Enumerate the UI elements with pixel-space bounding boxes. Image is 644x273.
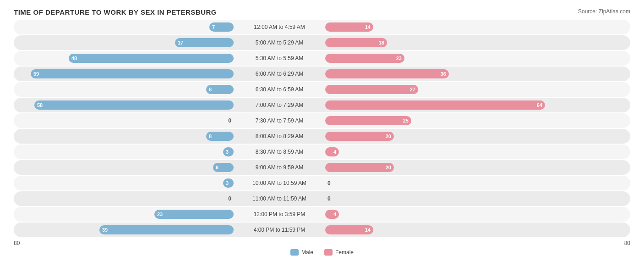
female-value: 25 [325,118,411,123]
male-value: 48 [69,56,234,61]
table-row: 587:00 AM to 7:29 AM64 [14,98,630,112]
table-row: 394:00 PM to 11:59 PM14 [14,223,630,237]
female-value: 4 [325,149,339,155]
bar-female: 25 [325,116,411,125]
table-row: 175:00 AM to 5:29 AM18 [14,35,630,50]
time-label: 8:30 AM to 8:59 AM [234,149,325,155]
female-value: 20 [325,165,394,170]
bar-male: 3 [223,147,234,156]
bar-female: 23 [325,54,404,63]
time-label: 12:00 AM to 4:59 AM [234,24,325,30]
bar-male: 8 [206,85,234,94]
male-value: 0 [228,117,231,124]
female-value: 0 [327,195,331,202]
time-label: 5:30 AM to 5:59 AM [234,55,325,61]
bar-female: 4 [325,210,339,219]
table-row: 2312:00 PM to 3:59 PM4 [14,207,630,222]
bar-female: 27 [325,85,418,94]
male-value: 3 [223,149,234,155]
axis-right: 80 [197,240,630,246]
bar-male: 7 [209,22,234,32]
source-label: Source: ZipAtlas.com [578,8,630,15]
bar-female: 18 [325,38,387,47]
female-value: 18 [325,40,387,45]
female-value: 36 [325,71,449,77]
time-label: 4:00 PM to 11:59 PM [234,227,325,233]
bar-female: 14 [325,225,373,234]
male-value: 8 [206,134,234,139]
time-label: 7:30 AM to 7:59 AM [234,117,325,124]
bar-male: 6 [213,163,234,172]
table-row: 596:00 AM to 6:29 AM36 [14,67,630,81]
bar-male: 59 [31,69,234,78]
chart-title: TIME OF DEPARTURE TO WORK BY SEX IN PETE… [14,8,630,16]
female-value: 20 [325,134,394,139]
female-value: 23 [325,56,404,61]
table-row: 88:00 AM to 8:29 AM20 [14,129,630,144]
male-value: 23 [154,212,234,217]
table-row: 07:30 AM to 7:59 AM25 [14,113,630,128]
female-value: 64 [325,102,545,108]
bar-female: 14 [325,22,373,32]
male-value: 17 [175,40,234,45]
bar-male: 48 [69,54,234,63]
bar-female: 4 [325,147,339,156]
table-row: 86:30 AM to 6:59 AM27 [14,82,630,97]
male-value: 59 [31,71,234,77]
time-label: 11:00 AM to 11:59 AM [234,195,325,202]
bar-male: 58 [34,100,234,110]
male-value: 3 [223,180,234,186]
table-row: 69:00 AM to 9:59 AM20 [14,160,630,175]
axis-row: 80 80 [14,240,630,246]
male-value: 58 [34,102,234,108]
legend-female-label: Female [335,249,354,256]
table-row: 485:30 AM to 5:59 AM23 [14,51,630,66]
table-row: 310:00 AM to 10:59 AM0 [14,176,630,190]
legend: Male Female [14,249,630,256]
bar-female: 20 [325,163,394,172]
bar-male: 8 [206,132,234,141]
female-value: 4 [325,212,339,217]
female-value: 27 [325,87,418,92]
time-label: 10:00 AM to 10:59 AM [234,180,325,186]
male-value: 8 [206,87,234,92]
time-label: 7:00 AM to 7:29 AM [234,102,325,108]
time-label: 5:00 AM to 5:29 AM [234,39,325,46]
bar-male: 23 [154,210,234,219]
bar-female: 20 [325,132,394,141]
legend-male: Male [290,249,313,256]
male-value: 39 [99,227,234,233]
time-label: 12:00 PM to 3:59 PM [234,211,325,217]
time-label: 8:00 AM to 8:29 AM [234,133,325,139]
bar-male: 39 [99,225,234,234]
bar-female: 64 [325,100,545,110]
chart-container: TIME OF DEPARTURE TO WORK BY SEX IN PETE… [0,0,644,273]
time-label: 9:00 AM to 9:59 AM [234,164,325,171]
female-value: 14 [325,227,373,233]
time-label: 6:00 AM to 6:29 AM [234,71,325,77]
female-value: 0 [327,180,331,186]
legend-female: Female [324,249,354,256]
legend-female-box [324,249,333,256]
time-label: 6:30 AM to 6:59 AM [234,86,325,93]
legend-male-box [290,249,299,256]
legend-male-label: Male [301,249,313,256]
chart-rows: 712:00 AM to 4:59 AM14175:00 AM to 5:29 … [14,20,630,237]
bar-male: 17 [175,38,234,47]
table-row: 011:00 AM to 11:59 AM0 [14,191,630,206]
table-row: 712:00 AM to 4:59 AM14 [14,20,630,34]
table-row: 38:30 AM to 8:59 AM4 [14,145,630,159]
male-value: 7 [209,24,234,30]
bar-male: 3 [223,178,234,188]
male-value: 0 [228,195,231,202]
bar-female: 36 [325,69,449,78]
female-value: 14 [325,24,373,30]
male-value: 6 [213,165,234,170]
axis-left: 80 [14,240,105,246]
